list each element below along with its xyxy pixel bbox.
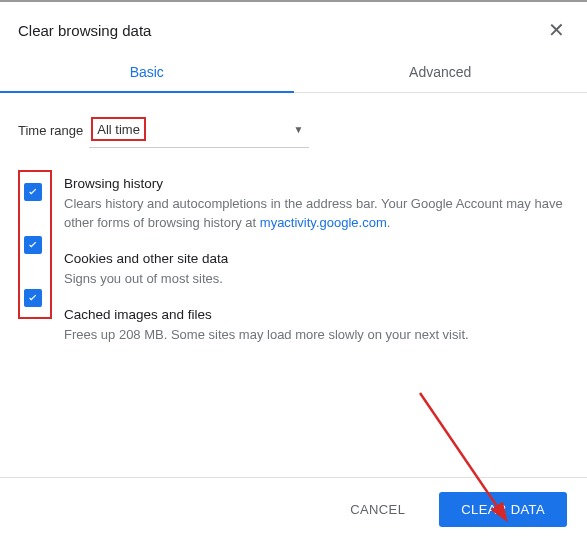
time-range-select[interactable]: All time ▼ <box>89 113 309 148</box>
option-desc: Frees up 208 MB. Some sites may load mor… <box>64 326 569 345</box>
option-title: Cookies and other site data <box>64 251 569 266</box>
time-range-label: Time range <box>18 123 83 138</box>
clear-data-button[interactable]: CLEAR DATA <box>439 492 567 527</box>
time-range-value: All time <box>97 122 140 137</box>
option-title: Cached images and files <box>64 307 569 322</box>
tab-basic[interactable]: Basic <box>0 52 294 92</box>
tabs: Basic Advanced <box>0 52 587 93</box>
option-browsing-history: Browsing history Clears history and auto… <box>64 176 569 233</box>
dialog-header: Clear browsing data ✕ <box>0 2 587 52</box>
tab-advanced[interactable]: Advanced <box>294 52 588 92</box>
option-cache: Cached images and files Frees up 208 MB.… <box>64 307 569 345</box>
options-list: Browsing history Clears history and auto… <box>52 170 569 344</box>
clear-browsing-data-dialog: Clear browsing data ✕ Basic Advanced Tim… <box>0 0 587 541</box>
checkbox-highlight <box>18 170 52 319</box>
dialog-title: Clear browsing data <box>18 22 151 39</box>
cancel-button[interactable]: CANCEL <box>328 492 427 527</box>
option-desc: Signs you out of most sites. <box>64 270 569 289</box>
option-title: Browsing history <box>64 176 569 191</box>
time-range-row: Time range All time ▼ <box>18 113 569 148</box>
checkbox-browsing-history[interactable] <box>24 183 42 201</box>
checkbox-cache[interactable] <box>24 289 42 307</box>
chevron-down-icon: ▼ <box>293 124 303 135</box>
close-icon[interactable]: ✕ <box>544 16 569 44</box>
time-range-highlight: All time <box>91 117 146 141</box>
dialog-body: Time range All time ▼ <box>0 93 587 477</box>
option-desc: Clears history and autocompletions in th… <box>64 195 569 233</box>
option-desc-text-end: . <box>387 215 391 230</box>
myactivity-link[interactable]: myactivity.google.com <box>260 215 387 230</box>
option-cookies: Cookies and other site data Signs you ou… <box>64 251 569 289</box>
dialog-footer: CANCEL CLEAR DATA <box>0 477 587 541</box>
checkbox-cookies[interactable] <box>24 236 42 254</box>
